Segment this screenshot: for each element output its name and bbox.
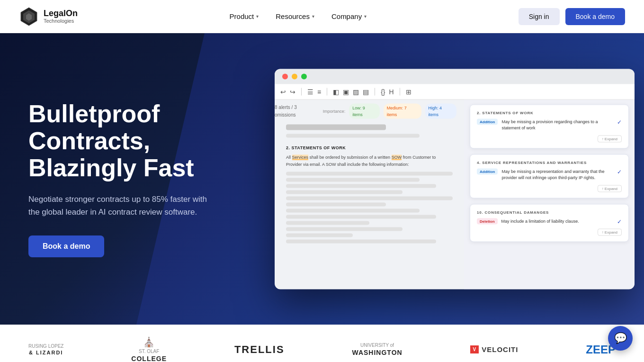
review-card-1: 2. STATEMENTS OF WORK Addition May be mi… — [470, 104, 629, 148]
undo-icon[interactable]: ↩ — [280, 88, 286, 95]
hero-left: Bulletproof Contracts, Blazingly Fast Ne… — [28, 100, 246, 258]
doc-section1-para: All Services shall be ordered by submiss… — [286, 154, 453, 168]
doc-line — [286, 197, 453, 200]
card3-section: 10. CONSEQUENTIAL DAMANGES — [477, 210, 622, 214]
nav-actions: Sign in Book a demo — [519, 8, 625, 25]
align-center-icon[interactable]: ▣ — [343, 88, 349, 95]
doc-line — [286, 227, 402, 231]
card3-footer: ↑ Expand — [477, 228, 622, 235]
importance-label: Importance: — [323, 108, 346, 114]
navbar: LegalOn Technologies Product ▾ Resources… — [0, 0, 644, 33]
doc-line — [286, 172, 453, 176]
doc-line — [286, 215, 436, 219]
doc-line — [286, 134, 420, 137]
hero-title: Bulletproof Contracts, Blazingly Fast — [28, 100, 246, 182]
book-demo-nav-button[interactable]: Book a demo — [565, 8, 626, 25]
nav-product[interactable]: Product ▾ — [230, 12, 259, 20]
card3-text: May include a limitation of liability cl… — [501, 218, 613, 225]
chat-bubble-button[interactable]: 💬 — [608, 326, 633, 351]
highlight-services: Services — [292, 154, 309, 160]
browser-dot-maximize — [301, 73, 307, 79]
brand-name: LegalOn — [44, 9, 78, 18]
card2-section: 4. SERVICE REPRESENTATIONS AND WARRANTIE… — [477, 160, 622, 164]
doc-line — [286, 234, 353, 237]
doc-toolbar: ↩ ↪ ☰ ≡ ◧ ▣ ▨ ▤ {} H ⊞ — [275, 84, 635, 100]
check-icon: ✓ — [617, 118, 622, 125]
logo-velociti: V VELOCITI — [470, 345, 519, 353]
expand-button-3[interactable]: ↑ Expand — [598, 228, 622, 235]
side-cards-panel: 2. STATEMENTS OF WORK Addition May be mi… — [464, 100, 635, 289]
review-card-2: 4. SERVICE REPRESENTATIONS AND WARRANTIE… — [470, 154, 629, 198]
card1-text: May be missing a provision regarding cha… — [501, 118, 613, 131]
card1-badge: Addition — [477, 118, 498, 125]
expand-button-1[interactable]: ↑ Expand — [598, 135, 622, 142]
nav-resources[interactable]: Resources ▾ — [276, 12, 314, 20]
chevron-down-icon: ▾ — [312, 14, 314, 19]
check-icon: ✓ — [617, 168, 622, 175]
align-left-icon[interactable]: ◧ — [333, 88, 339, 95]
logo-trellis: TRELLIS — [234, 344, 285, 356]
doc-stats-text: 8 alerts / 3 omissions — [275, 103, 319, 118]
logo-rusing-lopez: RUSING LOPEZ & LIZARDI — [28, 344, 63, 355]
badge-low: Low: 9 items — [349, 103, 379, 119]
browser-bar — [275, 69, 635, 84]
highlight-sow: SOW — [392, 154, 402, 160]
chevron-down-icon: ▾ — [364, 14, 367, 19]
card3-content: Deletion May include a limitation of lia… — [477, 218, 622, 225]
list-icon[interactable]: ☰ — [307, 88, 313, 95]
logos-bar: RUSING LOPEZ & LIZARDI ⛪ ST. OLAF COLLEG… — [0, 325, 644, 362]
browser-dot-minimize — [292, 73, 297, 79]
logo-st-olaf: ⛪ ST. OLAF COLLEGE — [131, 336, 167, 362]
logo-icon — [19, 7, 39, 27]
doc-line — [286, 190, 402, 194]
signin-button[interactable]: Sign in — [519, 8, 560, 25]
doc-line — [286, 203, 386, 207]
toolbar-separator — [301, 88, 302, 95]
doc-line — [286, 184, 436, 188]
card2-content: Addition May be missing a representation… — [477, 168, 622, 181]
nav-links: Product ▾ Resources ▾ Company ▾ — [230, 12, 367, 20]
doc-header-line — [286, 124, 386, 130]
logo-washington: UNIVERSITY of WASHINGTON — [352, 343, 402, 356]
hero-section: Bulletproof Contracts, Blazingly Fast Ne… — [0, 33, 644, 325]
book-demo-hero-button[interactable]: Book a demo — [28, 235, 104, 257]
doc-section1-title: 2. STATEMENTS OF WORK — [286, 144, 453, 151]
doc-line — [286, 178, 420, 182]
doc-line — [286, 240, 436, 244]
expand-button-2[interactable]: ↑ Expand — [598, 185, 622, 192]
table-icon[interactable]: ⊞ — [406, 88, 411, 95]
browser-dot-close — [282, 73, 288, 79]
code-icon[interactable]: {} — [381, 88, 385, 95]
justify-icon[interactable]: ▤ — [363, 88, 369, 95]
card2-footer: ↑ Expand — [477, 185, 622, 192]
browser-window: ↩ ↪ ☰ ≡ ◧ ▣ ▨ ▤ {} H ⊞ — [275, 69, 635, 289]
card2-text: May be missing a representation and warr… — [501, 168, 613, 181]
doc-line — [286, 221, 369, 225]
logo: LegalOn Technologies — [19, 7, 78, 27]
card1-footer: ↑ Expand — [477, 135, 622, 142]
review-card-3: 10. CONSEQUENTIAL DAMANGES Deletion May … — [470, 204, 629, 242]
card1-section: 2. STATEMENTS OF WORK — [477, 110, 622, 115]
hero-subtitle: Negotiate stronger contracts up to 85% f… — [28, 193, 218, 218]
brand-sub: Technologies — [44, 18, 78, 24]
doc-line — [286, 209, 420, 213]
toolbar-separator — [375, 88, 375, 95]
check-icon: ✓ — [617, 218, 622, 225]
badge-high: High: 4 items — [425, 103, 456, 119]
redo-icon[interactable]: ↪ — [290, 88, 295, 95]
doc-body: 8 alerts / 3 omissions Importance: Low: … — [275, 100, 635, 289]
card1-content: Addition May be missing a provision rega… — [477, 118, 622, 131]
chat-icon: 💬 — [614, 332, 627, 344]
list-ordered-icon[interactable]: ≡ — [317, 88, 321, 95]
heading-icon[interactable]: H — [389, 88, 394, 95]
card2-badge: Addition — [477, 168, 498, 174]
align-right-icon[interactable]: ▨ — [353, 88, 359, 95]
doc-text-area: 8 alerts / 3 omissions Importance: Low: … — [275, 100, 464, 289]
hero-browser-mockup: ↩ ↪ ☰ ≡ ◧ ▣ ▨ ▤ {} H ⊞ — [275, 69, 635, 289]
nav-company[interactable]: Company ▾ — [331, 12, 367, 20]
logo-text: LegalOn Technologies — [44, 9, 78, 24]
card3-badge: Deletion — [477, 218, 498, 224]
toolbar-separator — [400, 88, 400, 95]
doc-stats-bar: 8 alerts / 3 omissions Importance: Low: … — [275, 103, 456, 119]
badge-medium: Medium: 7 items — [384, 103, 421, 119]
